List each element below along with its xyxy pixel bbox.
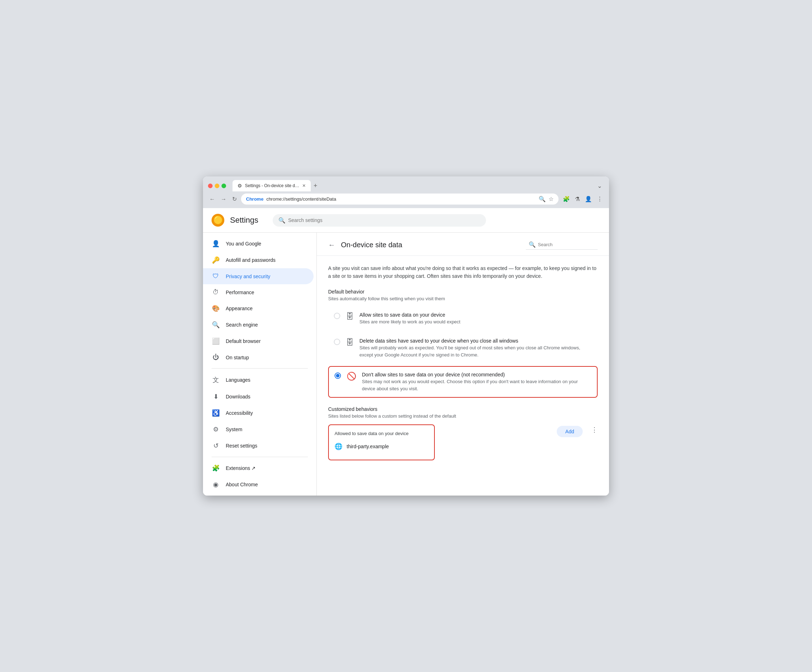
option-dont-allow-title: Don't allow sites to save data on your d… xyxy=(362,372,591,378)
content-header: ← On-device site data 🔍 xyxy=(317,233,609,256)
add-button[interactable]: Add xyxy=(557,426,583,437)
db-icon-block: 🚫 xyxy=(346,372,356,381)
maximize-button[interactable] xyxy=(222,183,226,188)
allowed-section-title: Allowed to save data on your device xyxy=(334,431,428,436)
sidebar-label-you-and-google: You and Google xyxy=(226,241,261,246)
customized-subtitle: Sites listed below follow a custom setti… xyxy=(328,413,598,419)
sidebar-item-on-startup[interactable]: ⏻ On startup xyxy=(203,349,314,365)
settings-header: 🟡 Settings 🔍 xyxy=(203,208,609,233)
content-search-input[interactable] xyxy=(538,242,595,247)
nav-icons: 🧩 ⚗ 👤 ⋮ xyxy=(561,194,604,204)
option-allow[interactable]: 🗄 Allow sites to save data on your devic… xyxy=(328,307,598,330)
search-engine-icon: 🔍 xyxy=(212,321,220,329)
window-collapse-button[interactable]: ⌄ xyxy=(595,181,604,191)
db-icon-delete: 🗄 xyxy=(346,338,354,347)
minimize-button[interactable] xyxy=(215,183,219,188)
sidebar-item-search-engine[interactable]: 🔍 Search engine xyxy=(203,316,314,333)
sidebar-item-you-and-google[interactable]: 👤 You and Google xyxy=(203,236,314,252)
sidebar-item-reset-settings[interactable]: ↺ Reset settings xyxy=(203,438,314,454)
settings-search-input[interactable] xyxy=(288,217,480,223)
labs-button[interactable]: ⚗ xyxy=(573,194,581,204)
sidebar-item-accessibility[interactable]: ♿ Accessibility xyxy=(203,405,314,421)
customized-title: Customized behaviors xyxy=(328,406,598,412)
settings-search-bar[interactable]: 🔍 xyxy=(273,214,486,227)
search-icon: 🔍 xyxy=(539,196,546,202)
sidebar-item-privacy[interactable]: 🛡 Privacy and security xyxy=(203,268,314,284)
forward-button[interactable]: → xyxy=(219,195,228,204)
sidebar-item-about-chrome[interactable]: ◉ About Chrome xyxy=(203,476,314,493)
sidebar-label-downloads: Downloads xyxy=(226,394,250,400)
sidebar-label-appearance: Appearance xyxy=(226,306,253,311)
radio-delete-on-close[interactable] xyxy=(334,339,340,345)
key-icon: 🔑 xyxy=(212,256,220,264)
active-tab[interactable]: ⚙ Settings - On-device site da... ✕ xyxy=(232,180,311,192)
sidebar-label-about-chrome: About Chrome xyxy=(226,482,258,487)
sidebar-item-extensions[interactable]: 🧩 Extensions ↗ xyxy=(203,460,314,476)
performance-icon: ⏱ xyxy=(212,289,220,296)
sidebar-label-on-startup: On startup xyxy=(226,355,249,360)
option-dont-allow[interactable]: 🚫 Don't allow sites to save data on your… xyxy=(328,366,598,398)
browser-icon: ⬜ xyxy=(212,337,220,345)
star-icon[interactable]: ☆ xyxy=(549,196,554,202)
logo-icon: 🟡 xyxy=(213,215,223,225)
option-delete-title: Delete data sites have saved to your dev… xyxy=(360,338,592,344)
address-favicon-icon: Chrome xyxy=(246,197,263,202)
sidebar-label-system: System xyxy=(226,427,242,432)
sidebar-label-languages: Languages xyxy=(226,377,250,383)
settings-title: Settings xyxy=(230,215,258,225)
tabs-area: ⚙ Settings - On-device site da... ✕ + xyxy=(232,180,592,192)
sidebar-divider-1 xyxy=(212,368,308,369)
system-icon: ⚙ xyxy=(212,426,220,433)
content-back-button[interactable]: ← xyxy=(328,241,335,249)
startup-icon: ⏻ xyxy=(212,354,220,361)
option-dont-allow-content: Don't allow sites to save data on your d… xyxy=(362,372,591,392)
extensions-button[interactable]: 🧩 xyxy=(561,194,571,204)
sidebar-item-system[interactable]: ⚙ System xyxy=(203,421,314,438)
sidebar-label-autofill: Autofill and passwords xyxy=(226,257,276,263)
sidebar-item-appearance[interactable]: 🎨 Appearance xyxy=(203,300,314,316)
sidebar-label-accessibility: Accessibility xyxy=(226,410,253,416)
radio-allow[interactable] xyxy=(334,313,340,319)
browser-window: ⚙ Settings - On-device site da... ✕ + ⌄ … xyxy=(203,176,609,496)
more-button[interactable]: ⋮ xyxy=(595,194,604,204)
option-delete-on-close[interactable]: 🗄 Delete data sites have saved to your d… xyxy=(328,333,598,363)
sidebar-label-reset-settings: Reset settings xyxy=(226,443,258,449)
option-allow-desc: Sites are more likely to work as you wou… xyxy=(360,318,592,325)
settings-body: 👤 You and Google 🔑 Autofill and password… xyxy=(203,233,609,496)
radio-dont-allow[interactable] xyxy=(334,373,341,379)
traffic-lights xyxy=(208,183,226,188)
settings-logo: 🟡 xyxy=(212,214,224,227)
tab-favicon-icon: ⚙ xyxy=(237,183,242,188)
sidebar-item-performance[interactable]: ⏱ Performance xyxy=(203,284,314,300)
back-button[interactable]: ← xyxy=(208,195,217,204)
tab-title: Settings - On-device site da... xyxy=(245,183,299,188)
option-dont-allow-desc: Sites may not work as you would expect. … xyxy=(362,378,591,392)
add-button-container: Add xyxy=(557,424,583,437)
sidebar-item-downloads[interactable]: ⬇ Downloads xyxy=(203,388,314,405)
settings-container: 🟡 Settings 🔍 👤 You and Google 🔑 Autofill… xyxy=(203,208,609,496)
address-bar[interactable]: Chrome chrome://settings/content/siteDat… xyxy=(241,193,558,205)
sidebar-item-languages[interactable]: 文 Languages xyxy=(203,371,314,388)
option-delete-desc: Sites will probably work as expected. Yo… xyxy=(360,344,592,358)
sidebar-label-default-browser: Default browser xyxy=(226,338,261,344)
settings-search-icon: 🔍 xyxy=(278,217,285,224)
option-allow-content: Allow sites to save data on your device … xyxy=(360,312,592,325)
tab-close-icon[interactable]: ✕ xyxy=(302,183,306,188)
site-more-button[interactable]: ⋮ xyxy=(591,426,598,434)
reload-button[interactable]: ↻ xyxy=(231,194,238,204)
accessibility-icon: ♿ xyxy=(212,409,220,417)
chrome-icon: ◉ xyxy=(212,480,220,489)
customized-row: Allowed to save data on your device 🌐 th… xyxy=(328,424,598,460)
site-item: 🌐 third-party.example xyxy=(334,439,428,454)
sidebar-label-search-engine: Search engine xyxy=(226,322,258,328)
downloads-icon: ⬇ xyxy=(212,393,220,400)
shield-icon: 🛡 xyxy=(212,272,220,280)
profile-button[interactable]: 👤 xyxy=(583,194,594,204)
new-tab-button[interactable]: + xyxy=(312,181,319,191)
sidebar-item-autofill[interactable]: 🔑 Autofill and passwords xyxy=(203,252,314,268)
sidebar-item-default-browser[interactable]: ⬜ Default browser xyxy=(203,333,314,349)
extensions-sidebar-icon: 🧩 xyxy=(212,464,220,472)
content-search-bar[interactable]: 🔍 xyxy=(526,240,598,250)
close-button[interactable] xyxy=(208,183,213,188)
address-text: chrome://settings/content/siteData xyxy=(266,197,536,202)
